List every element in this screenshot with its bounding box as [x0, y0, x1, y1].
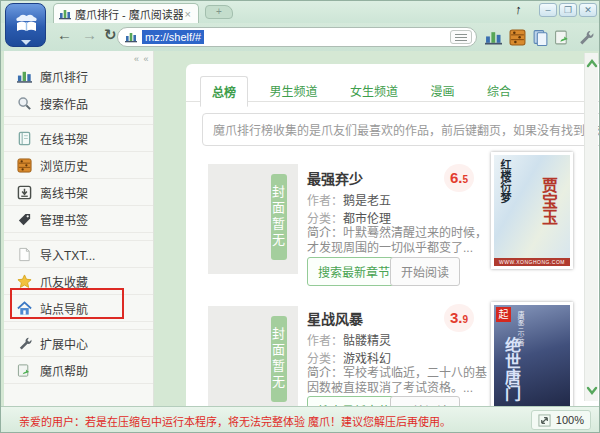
book-cover-image[interactable]: 红楼衍梦 贾宝玉 WWW.XONGHONG.COM — [491, 152, 573, 269]
wrench-icon — [17, 336, 32, 351]
new-tab-button[interactable]: + — [205, 5, 233, 19]
intro-label: 简介： — [307, 226, 343, 240]
cover-title-text: 红楼衍梦 — [497, 159, 513, 203]
nav-toolbar: ← → ↻ mz://shelf/# — [1, 23, 599, 51]
sidebar-item-label: 离线书架 — [40, 184, 88, 201]
sidebar-item-extensions[interactable]: 扩展中心 — [4, 330, 153, 357]
address-bar[interactable]: mz://shelf/# — [117, 27, 477, 47]
author-label: 作者： — [307, 334, 343, 348]
share-help-icon — [17, 363, 32, 378]
maximize-button[interactable]: ❐ — [559, 3, 577, 17]
category-label: 分类： — [307, 212, 343, 226]
tab-close-icon[interactable]: × — [183, 8, 193, 20]
book-title[interactable]: 最强弃少 — [307, 168, 363, 188]
rating-badge: 3.9 — [444, 304, 474, 332]
tab-misc[interactable]: 综合 — [476, 76, 522, 105]
category-value: 游戏科幻 — [343, 352, 391, 366]
sidebar-item-history[interactable]: 浏览历史 — [4, 152, 153, 179]
scroll-up-icon[interactable] — [586, 57, 598, 71]
browser-tab[interactable]: 魔爪排行 - 魔爪阅读器 × — [53, 3, 199, 23]
scroll-down-icon[interactable] — [586, 383, 598, 397]
sidebar-item-import-txt[interactable]: 导入TXT... — [4, 241, 153, 268]
cover-site-text: WWW.XONGHONG.COM — [494, 258, 570, 266]
tab-male-channel[interactable]: 男生频道 — [258, 76, 328, 105]
zoom-control[interactable]: 100% — [531, 410, 591, 430]
sidebar-item-favorites[interactable]: 爪友收藏 — [4, 268, 153, 295]
rating-int: 3. — [450, 309, 463, 326]
ranking-chart-icon[interactable] — [485, 29, 502, 46]
title-bar: 魔爪排行 - 魔爪阅读器 × + ↑ – ❐ ✕ — [1, 1, 599, 23]
minimize-button[interactable]: – — [539, 3, 557, 17]
no-cover-label: 封面暂无 — [271, 316, 287, 402]
sidebar-item-label: 管理书签 — [40, 211, 88, 228]
sidebar-group-divider — [4, 233, 153, 241]
cover-big-text: 绝世唐门 — [499, 337, 523, 401]
forward-button[interactable]: → — [82, 26, 97, 43]
history-abacus-icon[interactable] — [509, 29, 526, 46]
book-intro: 简介：军校考试临近，二十八的基因数被直接取消了考试资格。... — [307, 366, 489, 396]
start-reading-button[interactable]: 开始阅读 — [390, 257, 460, 286]
sidebar-item-offline-shelf[interactable]: 离线书架 — [4, 179, 153, 206]
tab-comics[interactable]: 漫画 — [419, 76, 465, 105]
cover-badge: 起 — [496, 307, 511, 322]
rating-dec: 9 — [462, 314, 468, 325]
documents-icon[interactable] — [532, 29, 549, 46]
sidebar-item-help[interactable]: 魔爪帮助 — [4, 357, 153, 384]
cover-big-text: 贾宝玉 — [536, 177, 560, 225]
download-icon — [17, 185, 32, 200]
tab-overall[interactable]: 总榜 — [200, 76, 248, 107]
category-label: 分类： — [307, 352, 343, 366]
book-cover-image[interactable]: 起 唐家三少著 绝世唐门 — [491, 302, 573, 406]
tab-female-channel[interactable]: 女生频道 — [339, 76, 409, 105]
pin-top-icon[interactable]: ↑ — [514, 2, 523, 18]
content-area: 总榜 男生频道 女生频道 漫画 综合 魔爪排行榜收集的是爪友们最喜欢的作品，前后… — [155, 51, 599, 406]
book-author: 作者：鹅是老五 — [307, 191, 391, 208]
sidebar-item-label: 在线书架 — [40, 130, 88, 147]
sidebar-group-divider — [4, 117, 153, 125]
book-category: 分类：都市伦理 — [307, 209, 391, 226]
reload-button[interactable]: ↻ — [104, 26, 117, 44]
sidebar-item-online-shelf[interactable]: 在线书架 — [4, 125, 153, 152]
start-reading-button[interactable]: 开始阅读 — [390, 396, 460, 406]
zoom-level: 100% — [556, 414, 584, 426]
author-value: 鹅是老五 — [343, 194, 391, 208]
blank-page-icon — [17, 247, 32, 262]
search-icon — [17, 96, 32, 111]
sidebar-item-label: 爪友收藏 — [40, 273, 88, 290]
star-icon — [17, 274, 32, 289]
book-title[interactable]: 星战风暴 — [307, 308, 363, 328]
no-cover-label: 封面暂无 — [271, 174, 287, 260]
home-icon — [17, 301, 32, 316]
url-dropdown-list-icon[interactable] — [450, 30, 472, 44]
ranking-notice: 魔爪排行榜收集的是爪友们最喜欢的作品，前后键翻页，如果没有找到您想看的， — [202, 113, 599, 146]
back-button[interactable]: ← — [57, 26, 72, 43]
wrench-icon[interactable] — [577, 29, 594, 46]
url-text-selected[interactable]: mz://shelf/# — [142, 30, 204, 44]
search-latest-chapter-button[interactable]: 搜索最新章节 — [307, 396, 401, 406]
app-window: 魔爪排行 - 魔爪阅读器 × + ↑ – ❐ ✕ ← → ↻ mz://shel… — [0, 0, 600, 433]
cover-placeholder: 封面暂无 — [208, 306, 298, 406]
sidebar-collapse-icon[interactable]: « « — [134, 54, 150, 64]
history-abacus-icon — [17, 158, 32, 173]
vertical-scrollbar[interactable] — [584, 53, 598, 401]
sidebar-item-moza-ranking[interactable]: 魔爪排行 — [4, 63, 153, 90]
category-tabs: 总榜 男生频道 女生频道 漫画 综合 — [186, 64, 599, 102]
search-latest-chapter-button[interactable]: 搜索最新章节 — [307, 257, 401, 286]
sidebar-item-search-works[interactable]: 搜索作品 — [4, 90, 153, 117]
ranking-card: 总榜 男生频道 女生频道 漫画 综合 魔爪排行榜收集的是爪友们最喜欢的作品，前后… — [186, 64, 599, 406]
sidebar-item-label: 站点导航 — [40, 300, 88, 317]
sidebar-item-label: 扩展中心 — [40, 335, 88, 352]
sidebar-item-manage-bookmarks[interactable]: 管理书签 — [4, 206, 153, 233]
intro-label: 简介： — [307, 366, 343, 380]
ranking-chart-icon — [59, 8, 71, 20]
sidebar-item-label: 魔爪帮助 — [40, 362, 88, 379]
chevron-down-icon — [21, 40, 31, 45]
app-logo-menu-button[interactable] — [5, 3, 46, 47]
share-help-icon[interactable] — [554, 29, 571, 46]
author-label: 作者： — [307, 194, 343, 208]
ranking-chart-icon — [125, 31, 137, 43]
rating-badge: 6.5 — [444, 164, 474, 192]
close-button[interactable]: ✕ — [579, 3, 597, 17]
sidebar-item-site-nav[interactable]: 站点导航 — [4, 295, 153, 322]
sidebar-item-label: 魔爪排行 — [40, 68, 88, 85]
